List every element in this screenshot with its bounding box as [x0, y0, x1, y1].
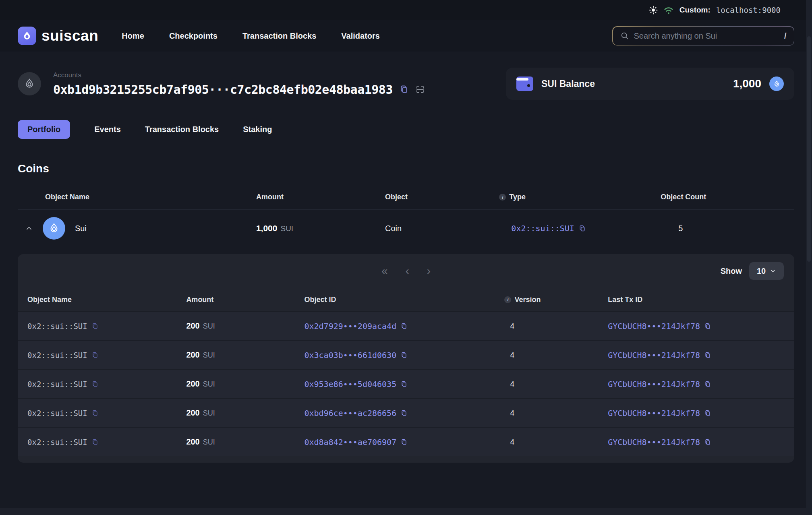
- coin-object-count: 5: [661, 224, 794, 233]
- next-page-button[interactable]: ›: [425, 265, 432, 277]
- object-id-link[interactable]: 0xd8a842•••ae706907: [304, 437, 396, 447]
- copy-icon: [704, 410, 711, 417]
- copy-last-tx-button[interactable]: [704, 323, 711, 330]
- coins-header-object-count: Object Count: [661, 193, 794, 201]
- copy-last-tx-button[interactable]: [704, 438, 711, 446]
- qr-expand-button[interactable]: [415, 85, 425, 94]
- tab-transaction-blocks[interactable]: Transaction Blocks: [145, 125, 219, 134]
- copy-last-tx-button[interactable]: [704, 352, 711, 359]
- copy-icon: [91, 352, 99, 359]
- footer: [0, 508, 812, 515]
- objects-header-last-tx: Last Tx ID: [608, 296, 794, 304]
- copy-icon: [400, 352, 408, 359]
- coins-table-header: Object Name Amount Object i Type Object …: [18, 193, 794, 210]
- wallet-icon: [516, 77, 533, 91]
- coin-amount: 1,000: [256, 223, 278, 233]
- object-amount: 200: [186, 321, 199, 330]
- object-id-link[interactable]: 0x2d7929•••209aca4d: [304, 321, 396, 331]
- copy-object-name-button[interactable]: [91, 438, 99, 446]
- copy-object-name-button[interactable]: [91, 381, 99, 388]
- network-custom-label: Custom:: [679, 6, 710, 14]
- search-input[interactable]: [634, 31, 779, 41]
- copy-icon: [704, 352, 711, 359]
- last-tx-link[interactable]: GYCbUCH8•••214Jkf78: [608, 437, 700, 447]
- copy-type-button[interactable]: [578, 225, 586, 232]
- object-row: 0x2::sui::SUI 200SUI 0x2d7929•••209aca4d…: [18, 311, 794, 340]
- object-id-link[interactable]: 0xbd96ce•••ac286656: [304, 408, 396, 418]
- last-tx-link[interactable]: GYCbUCH8•••214Jkf78: [608, 321, 700, 331]
- network-signal-icon: [663, 5, 674, 15]
- copy-last-tx-button[interactable]: [704, 381, 711, 388]
- object-name: 0x2::sui::SUI: [27, 409, 87, 418]
- account-tabs: Portfolio Events Transaction Blocks Stak…: [0, 120, 812, 139]
- copy-icon: [91, 410, 99, 417]
- page-size-value: 10: [757, 267, 766, 276]
- network-selector[interactable]: [663, 5, 674, 15]
- object-name: 0x2::sui::SUI: [27, 351, 87, 360]
- copy-object-id-button[interactable]: [400, 323, 408, 330]
- copy-object-name-button[interactable]: [91, 410, 99, 417]
- coin-name: Sui: [75, 224, 87, 233]
- copy-object-name-button[interactable]: [91, 323, 99, 330]
- tab-staking[interactable]: Staking: [243, 125, 272, 134]
- copy-icon: [400, 323, 408, 330]
- last-tx-link[interactable]: GYCbUCH8•••214Jkf78: [608, 350, 700, 360]
- search-icon: [620, 31, 629, 40]
- page-size-select[interactable]: 10: [749, 262, 784, 280]
- tab-portfolio[interactable]: Portfolio: [18, 120, 70, 139]
- brand-logo[interactable]: suiscan: [18, 27, 98, 45]
- object-currency: SUI: [203, 380, 215, 388]
- first-page-button[interactable]: «: [380, 265, 389, 277]
- chevron-down-icon: [770, 268, 776, 274]
- brand-name: suiscan: [41, 27, 98, 44]
- object-id-link[interactable]: 0x3ca03b•••661d0630: [304, 350, 396, 360]
- nav-link-checkpoints[interactable]: Checkpoints: [169, 31, 218, 41]
- tab-events[interactable]: Events: [94, 125, 121, 134]
- copy-last-tx-button[interactable]: [704, 410, 711, 417]
- show-label: Show: [721, 267, 742, 276]
- object-row: 0x2::sui::SUI 200SUI 0x3ca03b•••661d0630…: [18, 340, 794, 369]
- object-version: 4: [487, 351, 608, 360]
- copy-object-id-button[interactable]: [400, 352, 408, 359]
- account-address: 0xb1d9b3215255cb7af905···c7c2bc84efb02e4…: [53, 83, 393, 97]
- objects-header-version: Version: [514, 296, 541, 304]
- copy-icon: [704, 323, 711, 330]
- balance-label: SUI Balance: [541, 79, 725, 89]
- breadcrumb: Accounts: [53, 71, 425, 79]
- suiscan-drop-icon: [18, 27, 36, 45]
- copy-object-id-button[interactable]: [400, 438, 408, 446]
- coin-type-link[interactable]: 0x2::sui::SUI: [511, 223, 574, 233]
- nav-link-home[interactable]: Home: [122, 31, 144, 41]
- objects-header-amount: Amount: [186, 296, 304, 304]
- prev-page-button[interactable]: ‹: [404, 265, 410, 277]
- object-version: 4: [487, 409, 608, 418]
- copy-object-id-button[interactable]: [400, 381, 408, 388]
- last-tx-link[interactable]: GYCbUCH8•••214Jkf78: [608, 408, 700, 418]
- version-info-icon[interactable]: i: [504, 296, 511, 303]
- last-tx-link[interactable]: GYCbUCH8•••214Jkf78: [608, 379, 700, 389]
- object-version: 4: [487, 380, 608, 389]
- object-currency: SUI: [203, 351, 215, 359]
- copy-object-id-button[interactable]: [400, 410, 408, 417]
- object-amount: 200: [186, 350, 199, 359]
- copy-address-button[interactable]: [399, 85, 409, 94]
- theme-toggle-button[interactable]: [649, 6, 658, 14]
- coin-row-sui[interactable]: Sui 1,000SUI Coin 0x2::sui::SUI 5: [18, 210, 794, 247]
- copy-icon: [400, 410, 408, 417]
- type-info-icon[interactable]: i: [499, 194, 506, 201]
- scrollbar-thumb[interactable]: [807, 36, 811, 262]
- coins-table: Object Name Amount Object i Type Object …: [18, 193, 794, 247]
- copy-object-name-button[interactable]: [91, 352, 99, 359]
- objects-header-object-id: Object ID: [304, 296, 487, 304]
- copy-icon: [400, 438, 408, 446]
- object-currency: SUI: [203, 438, 215, 446]
- page-scrollbar[interactable]: [806, 0, 812, 515]
- nav-link-validators[interactable]: Validators: [341, 31, 380, 41]
- scan-frame-icon: [415, 85, 425, 94]
- collapse-row-button[interactable]: [25, 224, 33, 232]
- account-header: Accounts 0xb1d9b3215255cb7af905···c7c2bc…: [0, 68, 812, 100]
- copy-icon: [704, 438, 711, 446]
- object-currency: SUI: [203, 409, 215, 417]
- object-id-link[interactable]: 0x953e86•••5d046035: [304, 379, 396, 389]
- nav-link-transaction-blocks[interactable]: Transaction Blocks: [242, 31, 316, 41]
